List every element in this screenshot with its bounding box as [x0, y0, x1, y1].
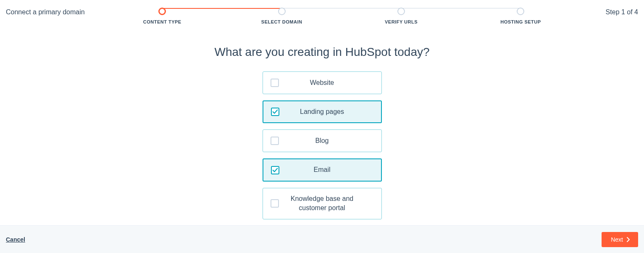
step-label-hosting-setup: HOSTING SETUP	[500, 19, 541, 24]
step-select-domain[interactable]: SELECT DOMAIN	[222, 8, 341, 24]
option-label-knowledge-base: Knowledge base and customer portal	[279, 194, 374, 213]
check-icon	[272, 109, 278, 115]
step-label-verify-urls: VERIFY URLS	[385, 19, 418, 24]
options-list: Website Landing pages Blog Email Knowled	[0, 71, 644, 219]
step-content-type[interactable]: CONTENT TYPE	[103, 8, 222, 24]
main-heading: What are you creating in HubSpot today?	[0, 45, 644, 59]
step-circle-select-domain	[278, 8, 286, 15]
stepper: CONTENT TYPE SELECT DOMAIN VERIFY URLS H…	[103, 4, 581, 24]
next-button[interactable]: Next	[602, 232, 638, 247]
check-icon	[272, 167, 278, 173]
step-hosting-setup[interactable]: HOSTING SETUP	[461, 8, 580, 24]
stepper-track: CONTENT TYPE SELECT DOMAIN VERIFY URLS H…	[103, 8, 581, 24]
header-row: Connect a primary domain CONTENT TYPE SE…	[0, 0, 644, 24]
option-blog[interactable]: Blog	[263, 129, 382, 152]
option-label-email: Email	[279, 165, 373, 174]
option-label-landing-pages: Landing pages	[279, 107, 373, 116]
step-verify-urls[interactable]: VERIFY URLS	[342, 8, 461, 24]
step-circle-content-type	[158, 8, 166, 15]
footer-bar: Cancel Next	[0, 225, 644, 253]
next-button-label: Next	[611, 236, 623, 243]
option-label-website: Website	[279, 78, 374, 87]
step-indicator: Step 1 of 4	[606, 4, 638, 16]
checkbox-landing-pages[interactable]	[271, 108, 279, 116]
step-circle-hosting-setup	[517, 8, 524, 15]
option-email[interactable]: Email	[263, 158, 382, 181]
page-title: Connect a primary domain	[6, 4, 90, 16]
checkbox-knowledge-base[interactable]	[271, 199, 279, 208]
checkbox-website[interactable]	[271, 79, 279, 87]
main-content: What are you creating in HubSpot today? …	[0, 24, 644, 219]
option-website[interactable]: Website	[263, 71, 382, 94]
step-label-content-type: CONTENT TYPE	[143, 19, 181, 24]
option-landing-pages[interactable]: Landing pages	[263, 100, 382, 123]
option-label-blog: Blog	[279, 136, 374, 145]
cancel-button[interactable]: Cancel	[6, 236, 25, 243]
step-circle-verify-urls	[397, 8, 405, 15]
checkbox-blog[interactable]	[271, 137, 279, 145]
chevron-right-icon	[626, 237, 631, 242]
option-knowledge-base[interactable]: Knowledge base and customer portal	[263, 188, 382, 219]
step-label-select-domain: SELECT DOMAIN	[261, 19, 302, 24]
checkbox-email[interactable]	[271, 166, 279, 174]
